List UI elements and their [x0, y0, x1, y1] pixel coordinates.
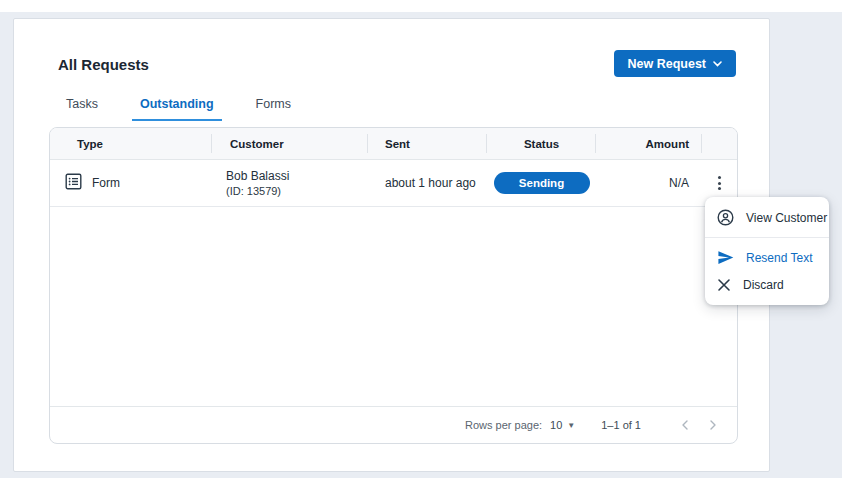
menu-item-label: Resend Text [746, 251, 813, 265]
new-request-button-label: New Request [628, 57, 707, 71]
column-header-amount: Amount [596, 128, 702, 159]
rows-per-page-label: Rows per page: [465, 419, 542, 431]
page-title: All Requests [58, 56, 149, 73]
customer-name: Bob Balassi [226, 169, 289, 183]
tab-outstanding[interactable]: Outstanding [132, 93, 222, 121]
rows-per-page-value: 10 [550, 419, 562, 431]
chevron-left-icon [681, 420, 689, 430]
chevron-down-icon [713, 61, 722, 67]
customer-cell: Bob Balassi (ID: 13579) [212, 160, 368, 206]
status-cell: Sending [487, 160, 596, 206]
menu-item-view-customer[interactable]: View Customer [705, 204, 829, 231]
prev-page-button[interactable] [677, 418, 693, 432]
row-actions-button[interactable] [712, 170, 727, 196]
type-label: Form [92, 176, 120, 190]
requests-table: Type Customer Sent Status Amount [49, 127, 738, 444]
table-empty-area [50, 207, 737, 406]
customer-id: (ID: 13579) [226, 185, 281, 197]
column-header-type: Type [50, 128, 212, 159]
row-actions-menu: View Customer Resend Text Discard [705, 197, 829, 305]
table-header-row: Type Customer Sent Status Amount [50, 128, 737, 160]
menu-item-resend-text[interactable]: Resend Text [705, 244, 829, 271]
menu-item-discard[interactable]: Discard [705, 271, 829, 298]
column-header-actions [702, 128, 737, 159]
type-cell: Form [50, 160, 212, 206]
rows-per-page-select[interactable]: 10 ▼ [550, 419, 575, 431]
table-row[interactable]: Form Bob Balassi (ID: 13579) about 1 hou… [50, 160, 737, 207]
pagination-bar: Rows per page: 10 ▼ 1–1 of 1 [50, 406, 737, 443]
status-badge: Sending [494, 172, 590, 194]
requests-card: All Requests New Request Tasks Outstandi… [13, 18, 770, 472]
tab-forms[interactable]: Forms [248, 93, 299, 121]
page-range-label: 1–1 of 1 [601, 419, 641, 431]
next-page-button[interactable] [705, 418, 721, 432]
send-icon [717, 249, 734, 266]
dropdown-arrow-icon: ▼ [567, 421, 575, 430]
tab-bar: Tasks Outstanding Forms [58, 93, 299, 121]
chevron-right-icon [709, 420, 717, 430]
menu-divider [705, 237, 829, 238]
column-header-sent: Sent [368, 128, 487, 159]
column-header-status: Status [487, 128, 596, 159]
tab-tasks[interactable]: Tasks [58, 93, 106, 121]
sent-cell: about 1 hour ago [368, 160, 487, 206]
kebab-icon [718, 176, 721, 190]
amount-cell: N/A [596, 160, 702, 206]
new-request-button[interactable]: New Request [614, 50, 737, 77]
menu-item-label: Discard [743, 278, 784, 292]
x-icon [717, 278, 731, 292]
menu-item-label: View Customer [746, 211, 827, 225]
person-circle-icon [717, 209, 734, 226]
form-icon [65, 173, 82, 193]
column-header-customer: Customer [212, 128, 368, 159]
